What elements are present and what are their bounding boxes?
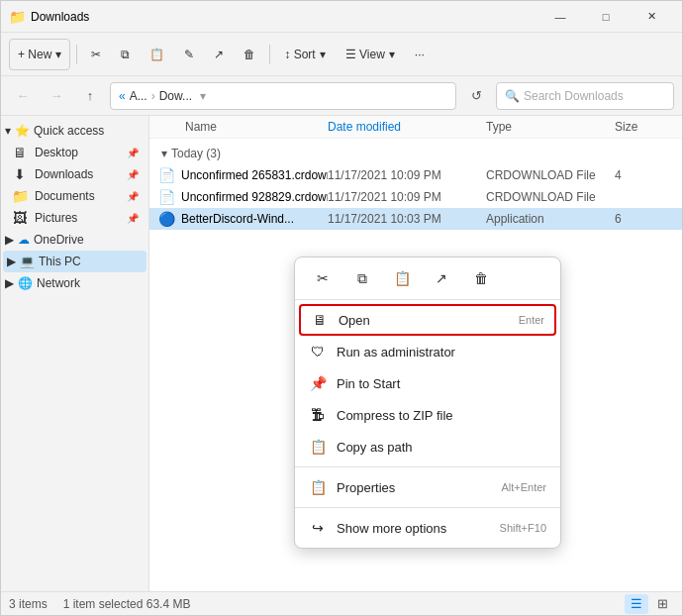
new-button[interactable]: + New ▾ (9, 39, 70, 70)
search-icon: 🔍 (505, 89, 520, 103)
documents-label: Documents (35, 189, 121, 203)
view-button[interactable]: ☰ View ▾ (338, 39, 403, 70)
col-name-header: Name (157, 120, 328, 134)
quick-access-label: Quick access (34, 124, 104, 138)
forward-button[interactable]: → (43, 82, 70, 110)
search-box[interactable]: 🔍 Search Downloads (496, 82, 674, 110)
refresh-button[interactable]: ↺ (462, 82, 490, 110)
sort-arrow: ▾ (320, 48, 326, 61)
group-arrow: ▾ (161, 147, 167, 160)
network-group[interactable]: ▶ 🌐 Network (1, 272, 148, 294)
item-count: 3 items (9, 597, 48, 611)
file-icon-1: 📄 (157, 189, 175, 205)
downloads-pin: 📌 (127, 169, 139, 180)
quick-access-group[interactable]: ▾ ⭐ Quick access (1, 120, 148, 142)
sort-button[interactable]: ↕ Sort ▾ (276, 39, 333, 70)
path-part2: Dow... (159, 89, 192, 103)
ctx-properties-item[interactable]: 📋 Properties Alt+Enter (295, 471, 560, 503)
ctx-cut-button[interactable]: ✂ (305, 263, 341, 293)
this-pc-expand-icon: ▶ (7, 255, 16, 268)
pictures-label: Pictures (35, 211, 121, 225)
rename-button[interactable]: ✎ (176, 39, 202, 70)
file-type-2: Application (486, 212, 615, 226)
path-arrow: › (151, 89, 155, 103)
file-name-0: Unconfirmed 265831.crdownload (181, 168, 328, 182)
ctx-copy-button[interactable]: ⧉ (344, 263, 380, 293)
ctx-open-item[interactable]: 🖥 Open Enter (299, 304, 556, 336)
this-pc-label: This PC (39, 255, 81, 268)
file-name-2: BetterDiscord-Wind... (181, 212, 294, 226)
file-date-2: 11/17/2021 10:03 PM (328, 212, 486, 226)
ctx-showmore-icon: ↪ (309, 519, 327, 537)
ctx-pinstart-label: Pin to Start (337, 376, 537, 391)
ctx-runadmin-item[interactable]: 🛡 Run as administrator (295, 336, 560, 367)
ctx-compress-label: Compress to ZIP file (337, 408, 537, 423)
context-menu-toolbar: ✂ ⧉ 📋 ↗ 🗑 (295, 257, 560, 300)
explorer-window: 📁 Downloads — □ ✕ + New ▾ ✂ ⧉ 📋 ✎ ↗ 🗑 ↕ … (0, 0, 683, 616)
table-row[interactable]: 🔵 BetterDiscord-Wind... 11/17/2021 10:03… (149, 208, 682, 230)
table-row[interactable]: 📄 Unconfirmed 928829.crdownload 11/17/20… (149, 186, 682, 208)
sidebar-item-downloads[interactable]: ⬇ Downloads 📌 (3, 163, 146, 185)
close-button[interactable]: ✕ (629, 1, 674, 33)
ctx-compress-item[interactable]: 🗜 Compress to ZIP file (295, 399, 560, 431)
col-type-header: Type (486, 120, 615, 134)
toolbar: + New ▾ ✂ ⧉ 📋 ✎ ↗ 🗑 ↕ Sort ▾ ☰ View ▾ ··… (1, 33, 682, 76)
col-size-header: Size (615, 120, 674, 134)
file-icon-0: 📄 (157, 167, 175, 183)
network-expand-icon: ▶ (5, 276, 14, 290)
ctx-copypath-item[interactable]: 📋 Copy as path (295, 431, 560, 462)
file-header: Name Date modified Type Size (149, 116, 682, 139)
pictures-icon: 🖼 (11, 210, 29, 226)
paste-button[interactable]: 📋 (142, 39, 172, 70)
desktop-pin: 📌 (127, 148, 139, 158)
selection-info: 1 item selected 63.4 MB (63, 597, 191, 611)
ctx-compress-icon: 🗜 (309, 406, 327, 424)
share-button[interactable]: ↗ (206, 39, 232, 70)
new-label: + New (18, 48, 51, 61)
tiles-view-button[interactable]: ⊞ (650, 594, 674, 614)
up-button[interactable]: ↑ (76, 82, 104, 110)
ctx-showmore-item[interactable]: ↪ Show more options Shift+F10 (295, 512, 560, 544)
back-button[interactable]: ← (9, 82, 37, 110)
table-row[interactable]: 📄 Unconfirmed 265831.crdownload 11/17/20… (149, 164, 682, 186)
sidebar-item-documents[interactable]: 📁 Documents 📌 (3, 185, 146, 207)
ctx-copypath-label: Copy as path (337, 440, 537, 455)
file-date-0: 11/17/2021 10:09 PM (328, 168, 486, 182)
maximize-button[interactable]: □ (583, 1, 629, 33)
desktop-icon: 🖥 (11, 145, 29, 160)
col-date-header[interactable]: Date modified (328, 120, 486, 134)
search-placeholder: Search Downloads (524, 89, 624, 103)
this-pc-icon: 💻 (20, 255, 35, 268)
network-icon: 🌐 (18, 276, 33, 290)
ctx-paste-button[interactable]: 📋 (384, 263, 420, 293)
context-menu-items: 🖥 Open Enter 🛡 Run as administrator 📌 Pi… (295, 300, 560, 548)
minimize-button[interactable]: — (537, 1, 583, 33)
cut-button[interactable]: ✂ (83, 39, 109, 70)
ctx-pinstart-item[interactable]: 📌 Pin to Start (295, 367, 560, 399)
file-name-1: Unconfirmed 928829.crdownload (181, 190, 328, 204)
ctx-delete-button[interactable]: 🗑 (463, 263, 499, 293)
ctx-properties-icon: 📋 (309, 478, 327, 496)
this-pc-group[interactable]: ▶ 💻 This PC (3, 251, 146, 272)
path-drop-arrow[interactable]: ▾ (200, 89, 206, 103)
view-toggle-group: ☰ ⊞ (625, 594, 674, 614)
sidebar: ▾ ⭐ Quick access 🖥 Desktop 📌 ⬇ Downloads… (1, 116, 149, 591)
copy-button[interactable]: ⧉ (113, 39, 138, 70)
ctx-properties-shortcut: Alt+Enter (501, 481, 546, 493)
sidebar-item-desktop[interactable]: 🖥 Desktop 📌 (3, 142, 146, 163)
onedrive-group[interactable]: ▶ ☁ OneDrive (1, 229, 148, 251)
file-group-today[interactable]: ▾ Today (3) (149, 139, 682, 164)
ctx-showmore-label: Show more options (337, 521, 490, 536)
pictures-pin: 📌 (127, 213, 139, 224)
ctx-share-button[interactable]: ↗ (424, 263, 459, 293)
ctx-copypath-icon: 📋 (309, 438, 327, 456)
downloads-icon: ⬇ (11, 166, 29, 182)
details-view-button[interactable]: ☰ (625, 594, 648, 614)
downloads-label: Downloads (35, 167, 121, 181)
address-path[interactable]: « A... › Dow... ▾ (110, 82, 456, 110)
title-icon: 📁 (9, 9, 25, 25)
delete-button[interactable]: 🗑 (236, 39, 263, 70)
quick-access-icon: ⭐ (15, 124, 30, 138)
more-button[interactable]: ··· (407, 39, 433, 70)
sidebar-item-pictures[interactable]: 🖼 Pictures 📌 (3, 207, 146, 229)
